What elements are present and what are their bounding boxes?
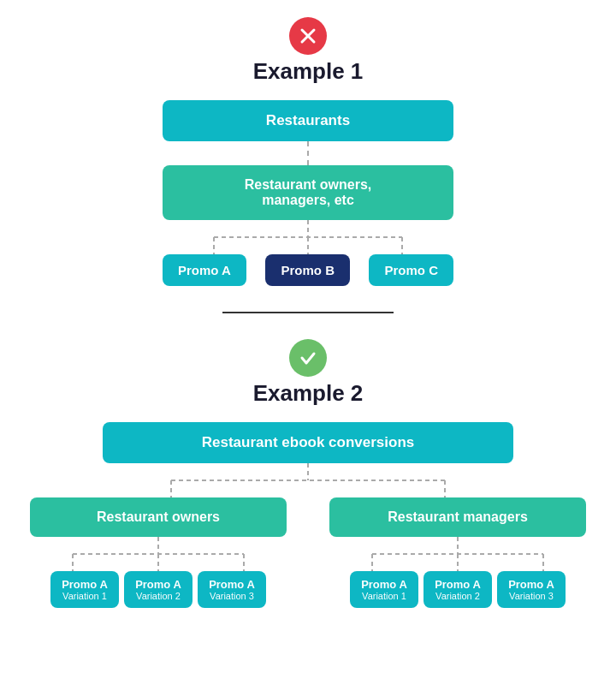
owners-promo-1: Promo A Variation 1 xyxy=(50,571,119,608)
branch-managers-promos: Promo A Variation 1 Promo A Variation 2 … xyxy=(350,571,566,608)
owners-promo-2: Promo A Variation 2 xyxy=(124,571,192,608)
example1-top-box: Restaurants xyxy=(163,100,453,141)
branch-managers-label: Restaurant managers xyxy=(329,497,586,537)
example2-section: Example 2 Restaurant ebook conversions R… xyxy=(17,339,599,608)
connector-fan2 xyxy=(34,463,582,497)
branch-managers: Restaurant managers Promo A Variation 1 xyxy=(317,497,599,608)
branch-managers-connector xyxy=(329,537,586,571)
branch-owners-promos: Promo A Variation 1 Promo A Variation 2 … xyxy=(50,571,266,608)
example2-title: Example 2 xyxy=(253,380,364,407)
example1-promo-b: Promo B xyxy=(265,254,350,286)
managers-promo-3: Promo A Variation 3 xyxy=(497,571,566,608)
owners-promo-3: Promo A Variation 3 xyxy=(198,571,266,608)
example2-top-box: Restaurant ebook conversions xyxy=(103,422,513,463)
example2-branches: Restaurant owners Promo A Variation 1 xyxy=(17,497,599,608)
managers-promo-2: Promo A Variation 2 xyxy=(424,571,492,608)
branch-owners: Restaurant owners Promo A Variation 1 xyxy=(17,497,299,608)
example2-icon xyxy=(289,339,327,377)
connector-fan1 xyxy=(163,220,453,254)
managers-promo-1: Promo A Variation 1 xyxy=(350,571,418,608)
connector-v1 xyxy=(307,141,309,165)
example1-promo-a: Promo A xyxy=(163,254,246,286)
branch-owners-label: Restaurant owners xyxy=(30,497,287,537)
branch-owners-connector xyxy=(30,537,287,571)
example1-icon xyxy=(289,17,327,55)
example1-section: Example 1 Restaurants Restaurant owners,… xyxy=(17,17,599,286)
example1-mid-box: Restaurant owners, managers, etc xyxy=(163,165,453,220)
example1-promo-c: Promo C xyxy=(369,254,453,286)
example1-promo-row: Promo A Promo B Promo C xyxy=(163,254,453,286)
example1-title: Example 1 xyxy=(253,58,364,85)
section-divider xyxy=(222,312,394,313)
